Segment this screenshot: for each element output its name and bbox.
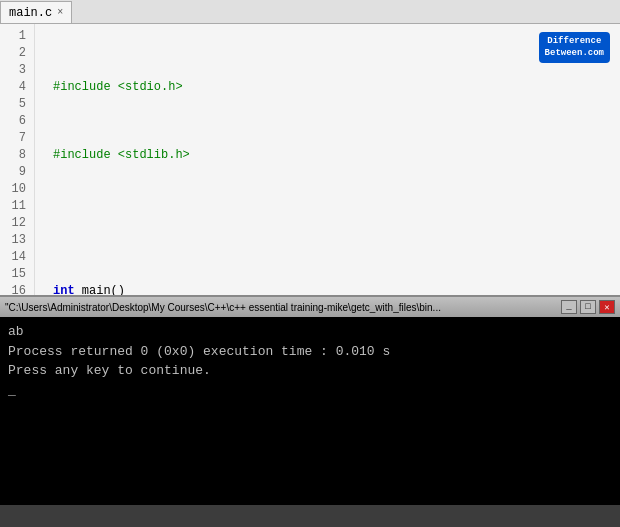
code-line-2: #include <stdlib.h> [43,147,612,164]
tab-title: main.c [9,6,52,20]
logo-line1: Difference [545,36,604,48]
maximize-button[interactable]: □ [580,300,596,314]
editor-container: main.c × 1 2 3 4 5 6 7 8 9 10 11 12 13 1… [0,0,620,295]
terminal-title: "C:\Users\Administrator\Desktop\My Cours… [5,302,561,313]
logo: Difference Between.com [539,32,610,63]
code-content: #include <stdio.h> #include <stdlib.h> i… [35,24,620,295]
minimize-button[interactable]: _ [561,300,577,314]
code-line-3 [43,215,612,232]
code-line-4: int main() [43,283,612,295]
close-button[interactable]: ✕ [599,300,615,314]
terminal-window: "C:\Users\Administrator\Desktop\My Cours… [0,295,620,505]
tab-bar: main.c × [0,0,620,24]
code-line-1: #include <stdio.h> [43,79,612,96]
terminal-line-2: Process returned 0 (0x0) execution time … [8,342,612,362]
terminal-line-3: Press any key to continue. [8,361,612,381]
tab-close-button[interactable]: × [57,7,63,18]
code-area: 1 2 3 4 5 6 7 8 9 10 11 12 13 14 15 16 #… [0,24,620,295]
logo-line2: Between.com [545,48,604,60]
terminal-line-1: ab [8,322,612,342]
terminal-cursor-line: _ [8,381,612,401]
editor-tab[interactable]: main.c × [0,1,72,23]
terminal-cursor: _ [8,383,16,398]
terminal-output: ab Process returned 0 (0x0) execution ti… [0,317,620,505]
terminal-titlebar: "C:\Users\Administrator\Desktop\My Cours… [0,295,620,317]
terminal-buttons: _ □ ✕ [561,300,615,314]
line-numbers: 1 2 3 4 5 6 7 8 9 10 11 12 13 14 15 16 [0,24,35,295]
